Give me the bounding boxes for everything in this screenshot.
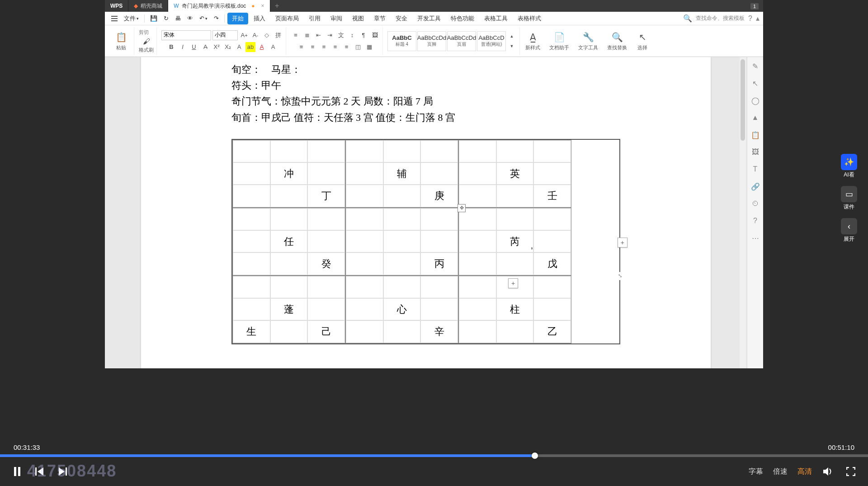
ribbon-tab-view[interactable]: 视图 (348, 13, 368, 24)
style-scroll-up[interactable]: ▲ (507, 31, 517, 41)
text-tools-button[interactable]: 🔧 文字工具 (575, 31, 602, 51)
ribbon-tab-security[interactable]: 安全 (391, 13, 412, 24)
add-column-button[interactable]: + (618, 238, 627, 248)
ribbon-tab-chapter[interactable]: 章节 (369, 13, 390, 24)
file-menu[interactable]: 文件 ▾ (121, 13, 142, 24)
find-replace-button[interactable]: 🔍 查找替换 (604, 31, 631, 51)
char-border-button[interactable]: A (268, 42, 278, 52)
ribbon-tab-tablestyle[interactable]: 表格样式 (513, 13, 546, 24)
select-button[interactable]: ↖ 选择 (632, 31, 652, 51)
bold-button[interactable]: B (166, 42, 176, 52)
vertical-scrollbar[interactable] (740, 57, 746, 368)
style-header[interactable]: AaBbCcDd 页眉 (447, 31, 476, 51)
document-scroll[interactable]: 旬空： 马星： 符头：甲午 奇门节气：惊蛰中元元第 2 天 局数：阳遁 7 局 … (105, 57, 747, 368)
scroll-thumb[interactable] (741, 59, 745, 141)
save-button[interactable]: 💾 (147, 13, 160, 24)
add-row-button[interactable]: + (508, 278, 518, 288)
text-effect-button[interactable]: A (234, 42, 244, 52)
palace-1[interactable]: 心 辛 (345, 276, 458, 343)
doc-assist-button[interactable]: 📄 文档助手 (546, 31, 573, 51)
volume-button[interactable] (822, 465, 835, 478)
ribbon-tab-insert[interactable]: 插入 (249, 13, 270, 24)
search-icon[interactable]: 🔍 (683, 14, 692, 23)
ribbon-tab-features[interactable]: 特色功能 (446, 13, 479, 24)
tab-notification-badge[interactable]: 1 (750, 3, 759, 10)
link-icon[interactable]: 🔗 (751, 182, 760, 191)
format-brush-button[interactable]: 🖌 格式刷 (139, 38, 154, 53)
ribbon-tab-start[interactable]: 开始 (227, 13, 248, 24)
image-icon[interactable]: 🖼 (751, 148, 760, 157)
table-move-handle[interactable]: ✥ (458, 204, 466, 212)
highlight-button[interactable]: ab (245, 42, 255, 52)
style-heading4[interactable]: AaBbC 标题 4 (387, 31, 416, 51)
font-size-select[interactable] (212, 30, 238, 40)
align-distribute-button[interactable]: ≡ (342, 42, 352, 52)
strikethrough-button[interactable]: A̶ (200, 42, 210, 52)
shapes-icon[interactable]: ◯ (751, 96, 760, 105)
palace-4[interactable]: 冲 丁 (232, 140, 345, 208)
shading-button[interactable]: ◫ (353, 42, 363, 52)
border-button[interactable]: ▦ (364, 42, 374, 52)
undo-button[interactable]: ↶ ▾ (197, 13, 210, 24)
ribbon-tab-reference[interactable]: 引用 (304, 13, 325, 24)
insert-image-button[interactable]: 🖼 (370, 30, 380, 40)
line-spacing-button[interactable]: ↕ (347, 30, 357, 40)
palace-8[interactable]: 蓬 生己 (232, 276, 345, 343)
pinyin-button[interactable]: 拼 (273, 30, 283, 40)
speed-button[interactable]: 倍速 (773, 467, 788, 476)
paragraph-spacing-button[interactable]: ¶ (359, 30, 368, 40)
help-icon[interactable]: ? (751, 216, 760, 225)
style-scroll-down[interactable]: ▼ (507, 41, 517, 51)
tab-store[interactable]: ◆ 稻壳商城 (128, 0, 168, 12)
increase-indent-button[interactable]: ⇥ (325, 30, 335, 40)
search-placeholder[interactable]: 查找命令、搜索模板 (696, 14, 745, 22)
align-left-button[interactable]: ≡ (297, 42, 307, 52)
style-footer[interactable]: AaBbCcDd 页脚 (417, 31, 446, 51)
font-name-select[interactable] (161, 30, 211, 40)
pencil-icon[interactable]: ✎ (751, 62, 760, 71)
align-justify-button[interactable]: ≡ (330, 42, 340, 52)
palace-9[interactable]: 辅 庚 (345, 140, 458, 208)
print-button[interactable]: 🖶 (172, 13, 184, 24)
quality-button[interactable]: 高清 (797, 467, 812, 476)
clear-format-button[interactable]: ◇ (262, 30, 272, 40)
redo-button[interactable]: ↷ (211, 13, 222, 24)
ribbon-tab-tabletools[interactable]: 表格工具 (480, 13, 512, 24)
subscript-button[interactable]: X₂ (223, 42, 233, 52)
font-color-button[interactable]: A (257, 42, 267, 52)
more-icon[interactable]: ⋯ (751, 233, 760, 243)
clock-icon[interactable]: ⏲ (751, 199, 760, 208)
subtitle-button[interactable]: 字幕 (749, 467, 763, 476)
courseware-button[interactable]: ▭ 课件 (841, 186, 857, 211)
align-center-button[interactable]: ≡ (308, 42, 318, 52)
palace-3[interactable]: 任 癸 (232, 208, 345, 276)
new-tab-button[interactable]: + (270, 2, 284, 10)
superscript-button[interactable]: X² (212, 42, 222, 52)
clipboard-icon[interactable]: 📋 (751, 130, 760, 139)
align-right-button[interactable]: ≡ (319, 42, 329, 52)
document-page[interactable]: 旬空： 马星： 符头：甲午 奇门节气：惊蛰中元元第 2 天 局数：阳遁 7 局 … (141, 57, 711, 368)
decrease-indent-button[interactable]: ⇤ (313, 30, 323, 40)
table-resize-handle[interactable]: ⤡ (616, 272, 624, 280)
tab-document[interactable]: W 奇门起局教学演示模板.doc ● × (168, 0, 270, 12)
pause-button[interactable] (11, 465, 24, 478)
style-normal-web[interactable]: AaBbCcD 普通(网站) (477, 31, 506, 51)
help-icon[interactable]: ? (748, 14, 752, 23)
underline-button[interactable]: U (189, 42, 199, 52)
expand-button[interactable]: ‹ 展开 (841, 218, 857, 243)
palace-2[interactable]: 英 壬 (458, 140, 571, 208)
tab-wps-home[interactable]: WPS (105, 0, 128, 12)
number-list-button[interactable]: ≣ (302, 30, 312, 40)
text-direction-button[interactable]: 文 (336, 30, 346, 40)
italic-button[interactable]: I (178, 42, 188, 52)
cut-button[interactable]: 剪切 (139, 29, 149, 36)
increase-font-button[interactable]: A+ (239, 30, 249, 40)
fullscreen-button[interactable] (844, 465, 857, 478)
ribbon-tab-layout[interactable]: 页面布局 (271, 13, 303, 24)
decrease-font-button[interactable]: A- (250, 30, 260, 40)
ribbon-tab-devtools[interactable]: 开发工具 (413, 13, 445, 24)
bucket-icon[interactable]: ▲ (751, 113, 760, 122)
tab-close-button[interactable]: × (261, 3, 264, 9)
ai-watch-button[interactable]: ✨ AI看 (841, 154, 857, 179)
new-style-button[interactable]: A̲ 新样式 (522, 31, 544, 51)
